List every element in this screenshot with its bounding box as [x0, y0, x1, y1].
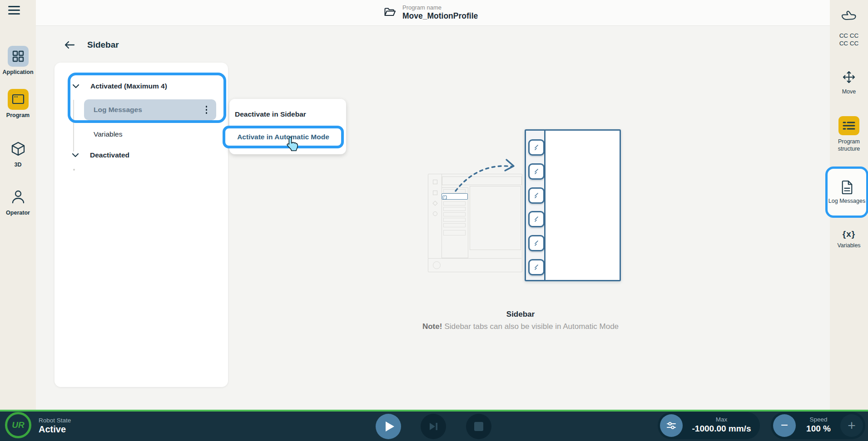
menu-item-deactivate-in-sidebar[interactable]: Deactivate in Sidebar: [229, 105, 346, 123]
sidebar-item-label: Program structure: [830, 138, 868, 152]
max-label: Max: [686, 416, 757, 423]
variables-icon: {x}: [843, 229, 855, 239]
menu-item-activate-in-automatic-mode[interactable]: Activate in Automatic Mode: [223, 126, 344, 148]
sidebar-item-program-structure[interactable]: Program structure: [830, 116, 868, 152]
cube-icon: [8, 138, 29, 159]
hamburger-menu-icon[interactable]: [8, 6, 20, 16]
sliders-icon: [665, 420, 677, 431]
sidebar-item-operator[interactable]: Operator: [0, 186, 36, 216]
speed-label: Speed: [796, 416, 841, 423]
sidebar-item-label: Operator: [6, 210, 30, 216]
program-name-label: Program name: [402, 4, 478, 11]
speed-increase-button[interactable]: +: [840, 414, 863, 437]
hand-icon: [841, 10, 857, 22]
robot-state-block: Robot State Active: [39, 417, 71, 435]
sidebar-item-label: Application: [2, 69, 33, 76]
activated-header-label: Activated (Maximum 4): [90, 82, 167, 90]
folder-open-icon: [384, 7, 396, 18]
move-arrows-icon: [841, 69, 857, 85]
freedrive-hand-button[interactable]: [830, 10, 868, 22]
max-value: -1000.00 mm/s: [686, 424, 757, 434]
program-name-value: Move_MotionProfile: [402, 11, 478, 21]
drag-dot: [73, 169, 75, 171]
chevron-down-icon: [72, 153, 79, 157]
context-menu: Deactivate in Sidebar Activate in Automa…: [229, 99, 346, 154]
illustration-dashed-arrow: [452, 157, 525, 195]
sidebar-item-label: Log Messages: [828, 197, 865, 205]
bottom-control-bar: UR Robot State Active Max -1000.00 mm/s …: [0, 410, 868, 441]
play-button[interactable]: [376, 414, 401, 439]
program-structure-icon: [838, 116, 859, 135]
stop-icon: [474, 422, 483, 431]
deactivated-header-label: Deactivated: [90, 151, 129, 159]
right-sidebar-rail: CC CC CC CC Move Program structure Log M…: [830, 0, 868, 410]
kebab-menu-icon[interactable]: [204, 104, 209, 116]
sidebar-item-variables[interactable]: {x} Variables: [830, 229, 868, 249]
back-button[interactable]: [64, 41, 75, 49]
person-icon: [8, 186, 29, 207]
tree-row-label: Log Messages: [94, 106, 142, 114]
sidebar-item-label: Move: [842, 88, 856, 95]
stop-button[interactable]: [466, 414, 491, 439]
tree-row-log-messages[interactable]: Log Messages: [84, 99, 216, 120]
left-nav-rail: Application Program 3D Operator: [0, 0, 36, 410]
tree-header-deactivated[interactable]: Deactivated: [72, 151, 129, 159]
tree-header-activated[interactable]: Activated (Maximum 4): [70, 75, 223, 97]
minus-icon: −: [781, 419, 788, 431]
cc-status-label: CC CC CC CC: [830, 32, 868, 47]
activated-group-highlight: Activated (Maximum 4) Log Messages: [68, 73, 226, 123]
sidebar-item-label: 3D: [15, 162, 22, 168]
sidebar-item-log-messages[interactable]: Log Messages: [825, 167, 868, 218]
app-grid-icon: [8, 46, 29, 67]
play-icon: [385, 421, 395, 432]
speed-settings-button[interactable]: [660, 414, 683, 437]
illustration-caption: Sidebar Note!Sidebar tabs can also be vi…: [384, 310, 657, 331]
log-document-icon: [841, 180, 853, 195]
page-title: Sidebar: [87, 40, 119, 50]
sidebar-item-label: Program: [6, 112, 30, 119]
plus-icon: +: [848, 419, 856, 432]
sidebar-item-3d[interactable]: 3D: [0, 138, 36, 168]
max-speed-pill: Max -1000.00 mm/s: [658, 412, 760, 439]
tree-row-variables[interactable]: Variables: [94, 130, 122, 138]
program-window-icon: [8, 89, 29, 110]
note-bold: Note!: [422, 322, 442, 331]
back-arrow-icon: [64, 41, 75, 49]
chevron-down-icon: [72, 84, 79, 88]
step-forward-button[interactable]: [421, 414, 446, 439]
top-header: Program name Move_MotionProfile: [36, 0, 830, 26]
speed-pill: − Speed 100 % +: [771, 412, 865, 439]
main-content: Sidebar Activated (Maximum 4) Log Messag…: [36, 26, 830, 410]
illustration-caption-note: Note!Sidebar tabs can also be visible in…: [384, 322, 657, 331]
robot-state-label: Robot State: [39, 417, 71, 424]
program-name-header[interactable]: Program name Move_MotionProfile: [384, 4, 478, 21]
ur-logo: UR: [5, 412, 31, 438]
speed-value: 100 %: [796, 424, 841, 434]
step-forward-icon: [429, 422, 439, 431]
speed-decrease-button[interactable]: −: [773, 414, 796, 437]
app-window: Application Program 3D Operator Progra: [0, 0, 868, 441]
sidebar-item-program[interactable]: Program: [0, 89, 36, 119]
sidebar-item-label: Variables: [837, 242, 860, 249]
note-text: Sidebar tabs can also be visible in Auto…: [444, 322, 619, 331]
robot-state-value: Active: [39, 424, 71, 435]
sidebar-item-move[interactable]: Move: [830, 69, 868, 95]
illustration-sidebar-panel: [525, 129, 621, 281]
sidebar-item-application[interactable]: Application: [0, 46, 36, 76]
illustration-caption-title: Sidebar: [384, 310, 657, 319]
